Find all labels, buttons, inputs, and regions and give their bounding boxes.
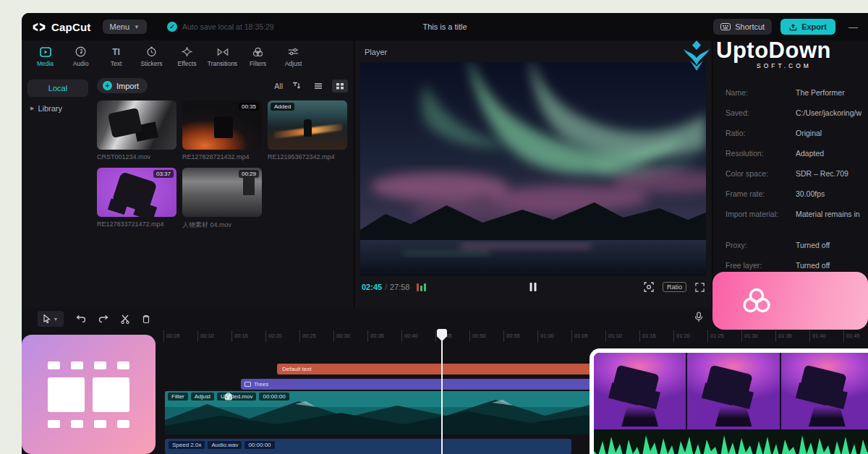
property-label: Resolution: — [726, 149, 796, 158]
property-value: Turned off — [796, 241, 868, 249]
property-value: The Performer — [796, 88, 868, 97]
property-label: Import material: — [726, 210, 796, 218]
tab-effects[interactable]: Effects — [169, 46, 205, 67]
sidebar-item-local[interactable]: Local — [27, 80, 88, 97]
media-item: CRST001234.mov — [97, 100, 176, 160]
filters-icon — [252, 46, 263, 58]
import-button[interactable]: + Import — [97, 78, 148, 93]
shortcut-button[interactable]: Shortcut — [713, 19, 772, 35]
sidebar-item-library[interactable]: ▶ Library — [27, 97, 88, 120]
property-row: Name: The Performer — [726, 82, 868, 103]
menu-button[interactable]: Menu ▼ — [103, 20, 147, 34]
sticker-clip-label: Trees — [254, 381, 268, 387]
ruler-label: 00:50 — [469, 330, 503, 342]
video-viewport[interactable] — [360, 62, 706, 276]
media-thumbnail[interactable]: Added — [268, 100, 347, 150]
ruler-label: 00:35 — [367, 330, 401, 342]
stickers-icon — [146, 46, 157, 58]
autosave-status: ✓ Auto save local at 18:35:29 — [167, 22, 274, 32]
library-label: Library — [38, 104, 62, 113]
tab-media[interactable]: Media — [27, 46, 63, 67]
project-title: This is a title — [422, 22, 467, 31]
cursor-icon — [43, 314, 51, 323]
player-controls: 02:45 / 27:58 Ratio — [354, 276, 712, 298]
tab-filters[interactable]: Filters — [240, 46, 276, 67]
audio-track-clip[interactable]: Speed 2.0x Audio.wav 00:00:00 — [165, 439, 571, 454]
media-filename: CRST001234.mov — [97, 153, 176, 160]
fullscreen-icon[interactable] — [695, 283, 705, 292]
cloud-rings-icon — [740, 286, 773, 315]
property-label: Proxy: — [726, 241, 796, 249]
ruler-label: 01:00 — [537, 330, 571, 342]
property-label: Name: — [726, 88, 796, 97]
audio-waveform — [594, 429, 868, 454]
list-view-icon[interactable] — [310, 80, 326, 93]
tab-adjust[interactable]: Adjust — [276, 46, 311, 67]
ruler-label: 01:25 — [707, 330, 741, 342]
sort-icon[interactable] — [289, 80, 305, 93]
media-sidebar: Local ▶ Library — [22, 72, 94, 307]
app-name: CapCut — [51, 21, 91, 33]
ruler-label: 01:05 — [571, 330, 605, 342]
redo-button[interactable] — [98, 314, 109, 323]
snapshot-icon[interactable] — [644, 282, 654, 292]
media-panel: Media Audio TI Text Stickers — [22, 40, 354, 307]
duration-badge: 00:35 — [239, 103, 259, 111]
grid-view-icon[interactable] — [332, 80, 348, 93]
keyboard-icon — [720, 23, 731, 30]
tab-label: Transitions — [208, 60, 237, 67]
cloud-promo-overlay — [712, 272, 868, 330]
export-button[interactable]: Export — [780, 19, 835, 35]
ruler-label: 01:30 — [741, 330, 775, 342]
chevron-down-icon: ▼ — [134, 24, 140, 30]
delete-tool-icon[interactable] — [142, 314, 150, 324]
media-thumbnail[interactable] — [97, 100, 176, 150]
tab-transitions[interactable]: Transitions — [205, 46, 240, 67]
timeline-ruler[interactable]: 00:0500:1000:1500:2000:2500:3000:3500:40… — [163, 330, 868, 342]
ruler-label: 00:40 — [401, 330, 435, 342]
property-row: Color space: SDR – Rec.709 — [726, 163, 868, 184]
adjust-badge[interactable]: Adjust — [191, 393, 214, 401]
property-row: Ratio: Original — [726, 123, 868, 143]
ratio-button[interactable]: Ratio — [663, 282, 686, 292]
check-icon: ✓ — [167, 22, 177, 32]
property-row: Proxy: Turned off — [726, 235, 868, 255]
microphone-icon[interactable] — [694, 312, 703, 325]
sticker-track-clip[interactable]: Trees — [241, 379, 628, 390]
audio-levels-icon[interactable] — [417, 283, 426, 291]
media-thumbnail[interactable]: 00:35 — [182, 100, 262, 150]
split-tool-icon[interactable] — [121, 314, 129, 324]
tab-label: Media — [37, 60, 54, 67]
export-icon — [789, 23, 797, 31]
media-thumbnail[interactable]: 03:37 — [97, 168, 176, 217]
select-tool-button[interactable]: ▼ — [38, 311, 64, 327]
filter-all-dropdown[interactable]: All — [274, 82, 283, 90]
ruler-label: 00:20 — [265, 330, 299, 342]
property-value: C:/User/jackoring/w — [796, 108, 868, 117]
uptodown-brand-text: UptoDown — [716, 39, 831, 61]
tab-audio[interactable]: Audio — [63, 46, 98, 67]
tab-stickers[interactable]: Stickers — [134, 46, 169, 67]
filmstrip-icon — [43, 357, 135, 432]
property-value: Adapted — [796, 149, 868, 158]
tab-text[interactable]: TI Text — [98, 46, 134, 67]
minimize-button[interactable]: — — [848, 22, 858, 33]
property-label: Color space: — [726, 169, 796, 178]
property-row: Frame rate: 30.00fps — [726, 184, 868, 204]
chevron-right-icon: ▶ — [30, 106, 34, 111]
media-icon — [40, 46, 51, 58]
ruler-label: 00:55 — [503, 330, 537, 342]
ruler-label: 01:15 — [639, 330, 673, 342]
ruler-label: 00:10 — [197, 330, 231, 342]
duration-badge: 03:37 — [153, 170, 174, 178]
property-value: Original — [796, 129, 868, 137]
pause-button[interactable] — [530, 283, 537, 291]
playhead-line[interactable] — [441, 329, 443, 454]
import-label: Import — [116, 82, 139, 90]
media-thumbnail[interactable]: 00:29 — [182, 168, 262, 217]
tab-label: Adjust — [285, 60, 302, 67]
undo-button[interactable] — [76, 314, 86, 323]
media-item: 03:37 RE127833721472.mp4 — [97, 168, 176, 230]
topbar: CapCut Menu ▼ ✓ Auto save local at 18:35… — [22, 13, 868, 40]
ruler-label: 00:15 — [231, 330, 265, 342]
